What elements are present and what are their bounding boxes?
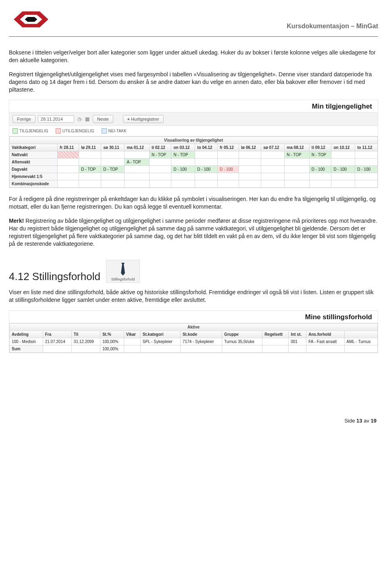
table-cell[interactable] bbox=[125, 151, 149, 159]
table-cell[interactable] bbox=[195, 159, 218, 166]
table-cell[interactable]: D - 100 bbox=[309, 166, 331, 173]
table-cell[interactable]: N - TOP bbox=[285, 151, 309, 159]
table-cell[interactable] bbox=[331, 173, 355, 180]
table-cell[interactable] bbox=[309, 159, 331, 166]
table-cell[interactable] bbox=[195, 180, 218, 188]
table-cell[interactable] bbox=[261, 166, 285, 173]
column-header: Regelsett bbox=[262, 331, 289, 338]
table-cell[interactable] bbox=[149, 180, 171, 188]
column-header: on 10.12 bbox=[331, 144, 355, 151]
table-cell[interactable]: D - 100 bbox=[355, 166, 378, 173]
table-cell[interactable] bbox=[101, 173, 125, 180]
table-cell[interactable] bbox=[195, 151, 218, 159]
prev-button[interactable]: Forrige bbox=[12, 115, 35, 123]
table-cell[interactable] bbox=[239, 159, 261, 166]
table-cell[interactable] bbox=[331, 159, 355, 166]
table-cell[interactable] bbox=[261, 180, 285, 188]
table-cell[interactable] bbox=[58, 166, 79, 173]
table-cell[interactable] bbox=[149, 166, 171, 173]
table-cell[interactable] bbox=[125, 166, 149, 173]
table-cell[interactable] bbox=[125, 173, 149, 180]
table-cell[interactable] bbox=[218, 159, 239, 166]
table-cell[interactable] bbox=[195, 173, 218, 180]
next-button[interactable]: Neste bbox=[93, 115, 113, 123]
table-cell[interactable] bbox=[171, 159, 195, 166]
table-cell[interactable] bbox=[309, 180, 331, 188]
page-footer: Side 13 av 19 bbox=[9, 418, 378, 424]
table-cell: 7174 - Sykepleier bbox=[180, 338, 222, 345]
paragraph: Merk! Registrering av både tilgjengeligh… bbox=[9, 217, 378, 248]
calendar-icon[interactable]: ▦ bbox=[85, 116, 90, 122]
column-header: Fra bbox=[43, 331, 71, 338]
table-cell[interactable] bbox=[218, 151, 239, 159]
table-cell[interactable] bbox=[261, 151, 285, 159]
column-header: to 11.12 bbox=[355, 144, 378, 151]
table-cell[interactable] bbox=[285, 173, 309, 180]
swatch-icon bbox=[12, 128, 18, 134]
table-cell[interactable] bbox=[285, 180, 309, 188]
table-cell[interactable] bbox=[218, 180, 239, 188]
table-cell[interactable] bbox=[218, 173, 239, 180]
table-cell[interactable] bbox=[261, 173, 285, 180]
availability-panel: Min tilgjengelighet Forrige 28.11.2014 ◷… bbox=[9, 100, 378, 188]
table-cell[interactable] bbox=[355, 173, 378, 180]
table-cell: 31.12.2099 bbox=[71, 338, 100, 345]
table-cell[interactable] bbox=[309, 173, 331, 180]
header-divider bbox=[9, 36, 378, 37]
table-cell[interactable] bbox=[355, 159, 378, 166]
table-cell[interactable]: N - TOP bbox=[149, 151, 171, 159]
column-header: on 03.12 bbox=[171, 144, 195, 151]
column-header: St.kategori bbox=[140, 331, 180, 338]
column-header: fr 05.12 bbox=[218, 144, 239, 151]
table-cell[interactable] bbox=[101, 151, 125, 159]
quickreg-button[interactable]: + Hurtigregistrer bbox=[123, 115, 164, 123]
table-cell[interactable]: D - 100 bbox=[331, 166, 355, 173]
table-row: Kombinasjonskode bbox=[10, 180, 378, 188]
table-cell[interactable]: D - 100 bbox=[171, 166, 195, 173]
table-cell[interactable] bbox=[331, 151, 355, 159]
table-cell[interactable] bbox=[355, 151, 378, 159]
table-cell[interactable] bbox=[149, 159, 171, 166]
table-cell[interactable] bbox=[101, 159, 125, 166]
table-cell[interactable]: A - TOP bbox=[125, 159, 149, 166]
column-header: fr 28.11 bbox=[58, 144, 79, 151]
table-cell[interactable] bbox=[239, 173, 261, 180]
panel-title: Mine stillingsforhold bbox=[9, 311, 378, 323]
table-cell[interactable]: D - TOP bbox=[101, 166, 125, 173]
table-cell[interactable] bbox=[58, 151, 79, 159]
table-cell[interactable] bbox=[239, 151, 261, 159]
table-cell[interactable] bbox=[285, 166, 309, 173]
table-cell[interactable] bbox=[79, 151, 101, 159]
table-cell[interactable] bbox=[79, 173, 101, 180]
table-cell[interactable] bbox=[79, 180, 101, 188]
table-cell[interactable] bbox=[261, 159, 285, 166]
column-header: lø 29.11 bbox=[79, 144, 101, 151]
table-row: Hjemmevakt 1:5 bbox=[10, 173, 378, 180]
column-header: St.% bbox=[100, 331, 124, 338]
table-cell[interactable]: N - TOP bbox=[171, 151, 195, 159]
table-cell[interactable] bbox=[355, 180, 378, 188]
table-cell[interactable] bbox=[171, 180, 195, 188]
table-cell[interactable] bbox=[171, 173, 195, 180]
table-cell[interactable] bbox=[331, 180, 355, 188]
table-cell[interactable] bbox=[58, 173, 79, 180]
table-cell: 001 bbox=[289, 338, 306, 345]
table-cell[interactable]: D - TOP bbox=[79, 166, 101, 173]
clock-icon[interactable]: ◷ bbox=[77, 116, 82, 122]
column-header: ma 01.12 bbox=[125, 144, 149, 151]
stillingsforhold-tile[interactable]: Stillingsforhold bbox=[106, 260, 140, 283]
date-field[interactable]: 28.11.2014 bbox=[38, 115, 74, 123]
table-cell[interactable] bbox=[58, 159, 79, 166]
column-header: ma 08.12 bbox=[285, 144, 309, 151]
table-cell[interactable] bbox=[101, 180, 125, 188]
table-cell[interactable]: D - 100 bbox=[218, 166, 239, 173]
table-cell[interactable]: D - 100 bbox=[195, 166, 218, 173]
table-cell[interactable] bbox=[285, 159, 309, 166]
table-cell[interactable] bbox=[149, 173, 171, 180]
table-cell[interactable]: N - TOP bbox=[309, 151, 331, 159]
table-cell[interactable] bbox=[58, 180, 79, 188]
table-cell[interactable] bbox=[239, 166, 261, 173]
table-cell[interactable] bbox=[79, 159, 101, 166]
table-cell[interactable] bbox=[239, 180, 261, 188]
table-cell[interactable] bbox=[125, 180, 149, 188]
